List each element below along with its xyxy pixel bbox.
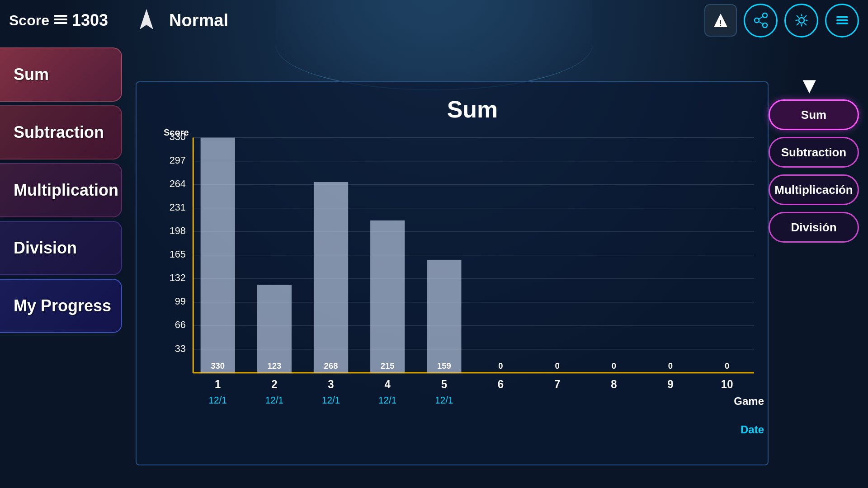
right-btn-sum[interactable]: Sum bbox=[769, 99, 859, 130]
svg-text:3: 3 bbox=[328, 378, 334, 390]
svg-text:6: 6 bbox=[498, 378, 504, 390]
sidebar-subtraction-label: Subtraction bbox=[14, 123, 104, 142]
score-section: Score 1303 bbox=[9, 11, 108, 30]
svg-text:198: 198 bbox=[170, 225, 186, 236]
svg-text:159: 159 bbox=[437, 361, 451, 371]
svg-point-3 bbox=[763, 13, 767, 18]
svg-text:5: 5 bbox=[441, 378, 447, 390]
svg-text:165: 165 bbox=[170, 249, 186, 260]
mode-label: Normal bbox=[169, 11, 228, 30]
svg-text:4: 4 bbox=[385, 378, 391, 390]
svg-rect-11 bbox=[836, 23, 848, 24]
svg-text:7: 7 bbox=[554, 378, 560, 390]
sidebar-item-division[interactable]: Division bbox=[0, 221, 122, 275]
menu-button[interactable] bbox=[825, 4, 859, 38]
right-btn-subtraction[interactable]: Subtraction bbox=[769, 137, 859, 168]
sidebar-division-label: Division bbox=[14, 239, 77, 258]
bar-5 bbox=[427, 260, 461, 373]
svg-text:0: 0 bbox=[725, 361, 729, 371]
svg-text:9: 9 bbox=[667, 378, 673, 390]
score-icon bbox=[54, 15, 67, 26]
chart-panel: Sum Score 330 297 264 231 198 bbox=[136, 81, 769, 465]
bar-1 bbox=[201, 138, 235, 373]
svg-point-8 bbox=[799, 18, 804, 23]
chart-container: Score 330 297 264 231 198 165 bbox=[164, 127, 754, 424]
svg-text:12/1: 12/1 bbox=[322, 394, 340, 405]
header: Score 1303 Normal ! bbox=[0, 0, 868, 41]
right-btn-multiplicacion[interactable]: Multiplicación bbox=[769, 174, 859, 205]
svg-text:2: 2 bbox=[271, 378, 277, 390]
svg-text:12/1: 12/1 bbox=[209, 394, 227, 405]
svg-line-7 bbox=[758, 21, 764, 24]
share-button[interactable] bbox=[744, 4, 778, 38]
sidebar: Sum Subtraction Multiplication Division … bbox=[0, 41, 127, 488]
game-axis-label: Game bbox=[734, 395, 764, 408]
header-right: ! bbox=[704, 4, 859, 38]
svg-text:99: 99 bbox=[175, 296, 186, 307]
svg-text:264: 264 bbox=[170, 178, 186, 189]
svg-text:33: 33 bbox=[175, 343, 186, 354]
svg-text:12/1: 12/1 bbox=[435, 394, 453, 405]
bar-2 bbox=[257, 285, 292, 373]
svg-text:8: 8 bbox=[611, 378, 617, 390]
svg-text:12/1: 12/1 bbox=[378, 394, 396, 405]
sidebar-item-subtraction[interactable]: Subtraction bbox=[0, 105, 122, 160]
bar-4 bbox=[370, 221, 405, 373]
svg-text:215: 215 bbox=[381, 361, 395, 371]
arrow-down-icon: ▼ bbox=[798, 72, 821, 99]
right-btn-division[interactable]: División bbox=[769, 212, 859, 243]
bar-3 bbox=[314, 182, 348, 373]
svg-text:!: ! bbox=[719, 19, 722, 27]
chart-title: Sum bbox=[191, 96, 754, 123]
svg-text:0: 0 bbox=[555, 361, 560, 371]
right-panel: Sum Subtraction Multiplicación División bbox=[769, 99, 863, 243]
svg-rect-10 bbox=[836, 19, 848, 21]
score-label: Score bbox=[9, 12, 49, 29]
svg-text:0: 0 bbox=[498, 361, 503, 371]
sidebar-item-progress[interactable]: My Progress bbox=[0, 279, 122, 333]
score-value: 1303 bbox=[72, 11, 108, 30]
svg-text:0: 0 bbox=[612, 361, 616, 371]
svg-text:12/1: 12/1 bbox=[265, 394, 283, 405]
spaceship-icon bbox=[131, 5, 162, 36]
svg-point-5 bbox=[763, 23, 767, 28]
svg-text:0: 0 bbox=[668, 361, 673, 371]
svg-text:231: 231 bbox=[170, 202, 186, 213]
svg-text:297: 297 bbox=[170, 155, 186, 166]
y-axis-label: Score bbox=[164, 127, 189, 138]
svg-text:10: 10 bbox=[721, 378, 733, 390]
settings-button[interactable] bbox=[784, 4, 818, 38]
chart-svg: 330 297 264 231 198 165 132 99 66 bbox=[164, 127, 754, 424]
sidebar-sum-label: Sum bbox=[14, 65, 49, 84]
svg-text:1: 1 bbox=[215, 378, 221, 390]
svg-text:123: 123 bbox=[267, 361, 281, 371]
sidebar-multiplication-label: Multiplication bbox=[14, 181, 118, 200]
svg-text:66: 66 bbox=[175, 319, 186, 330]
svg-text:268: 268 bbox=[324, 361, 338, 371]
svg-rect-9 bbox=[836, 16, 848, 18]
svg-line-6 bbox=[758, 16, 764, 19]
alert-button[interactable]: ! bbox=[704, 4, 737, 37]
svg-marker-0 bbox=[140, 9, 153, 29]
sidebar-item-multiplication[interactable]: Multiplication bbox=[0, 163, 122, 217]
svg-point-4 bbox=[755, 18, 759, 23]
svg-text:132: 132 bbox=[170, 272, 186, 283]
sidebar-progress-label: My Progress bbox=[14, 296, 111, 315]
sidebar-item-sum[interactable]: Sum bbox=[0, 47, 122, 102]
date-axis-label: Date bbox=[741, 423, 764, 436]
svg-text:330: 330 bbox=[211, 361, 225, 371]
